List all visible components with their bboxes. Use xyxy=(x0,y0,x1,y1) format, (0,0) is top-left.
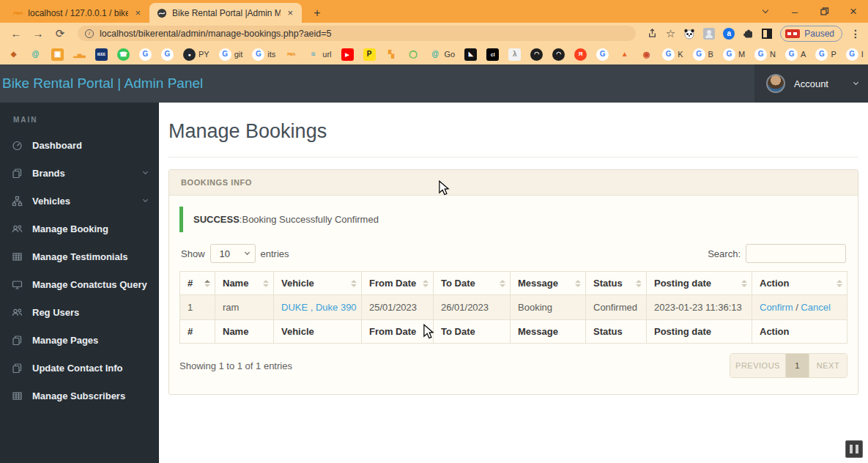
panel-title: BOOKINGS INFO xyxy=(169,170,858,196)
person-extension-icon[interactable] xyxy=(703,28,715,40)
launcher-icon[interactable]: ◆ xyxy=(7,48,20,61)
green-ring-icon[interactable]: ◯ xyxy=(407,48,420,61)
godaddy-icon[interactable]: @Go xyxy=(429,48,456,61)
globe-icon[interactable]: ◠ xyxy=(530,48,543,61)
bookmark-star-icon[interactable]: ☆ xyxy=(666,27,675,40)
sidebar: MAIN Dashboard Brands Vehicles Manage Bo… xyxy=(0,103,159,463)
google-icon[interactable]: G xyxy=(596,48,609,61)
yandex-icon[interactable]: Я xyxy=(574,48,587,61)
ieee-icon[interactable]: IEEE xyxy=(95,48,108,61)
google-icon[interactable]: GI xyxy=(846,48,864,61)
browser-menu-icon[interactable]: ⋮ xyxy=(850,28,861,40)
app-header: Bike Rental Portal | Admin Panel Account xyxy=(0,64,868,103)
back-icon[interactable]: ← xyxy=(7,27,25,40)
sidebar-item-dashboard[interactable]: Dashboard xyxy=(0,131,159,159)
google-icon[interactable]: GM xyxy=(723,48,745,61)
cell-from-date: 25/01/2023 xyxy=(362,295,434,320)
window-restore-button[interactable] xyxy=(809,1,839,22)
page-info-icon[interactable]: i xyxy=(85,29,94,38)
forward-icon[interactable]: → xyxy=(29,27,47,40)
sidebar-item-manage-testimonials[interactable]: Manage Testimonials xyxy=(0,242,159,270)
previous-page-button[interactable]: PREVIOUS xyxy=(730,354,786,377)
alert-label: SUCCESS xyxy=(193,214,240,225)
window-minimize-button[interactable]: – xyxy=(780,1,809,22)
google-icon[interactable]: G xyxy=(139,48,152,61)
sidebar-item-manage-booking[interactable]: Manage Booking xyxy=(0,215,159,242)
window-close-button[interactable]: × xyxy=(839,1,868,22)
bookmark-label: N xyxy=(770,50,776,59)
google-icon[interactable]: G xyxy=(161,48,174,61)
footer-from-date: From Date xyxy=(362,320,434,344)
google-icon[interactable]: GB xyxy=(693,48,713,61)
column-header-name[interactable]: Name xyxy=(215,272,274,295)
google-icon[interactable]: GN xyxy=(754,48,776,61)
tab-bike-rental-admin[interactable]: Bike Rental Portal |Admin Manag × xyxy=(149,3,302,23)
film-icon[interactable]: ▚ xyxy=(385,48,398,61)
eye-icon[interactable]: ◉ xyxy=(640,48,653,61)
new-tab-button[interactable]: + xyxy=(308,4,327,23)
vehicle-link[interactable]: DUKE , Duke 390 xyxy=(281,302,357,313)
column-header-posting-date[interactable]: Posting date xyxy=(647,272,752,295)
column-header-from-date[interactable]: From Date xyxy=(362,272,434,295)
sort-icon xyxy=(741,280,747,287)
tab-close-icon[interactable]: × xyxy=(286,7,294,18)
sidebar-section-label: MAIN xyxy=(13,116,159,124)
curl-icon[interactable]: cl xyxy=(486,48,499,61)
sidebar-item-manage-subscribers[interactable]: Manage Subscribers xyxy=(0,382,159,410)
sidebar-item-manage-pages[interactable]: Manage Pages xyxy=(0,326,159,354)
sidebar-item-reg-users[interactable]: Reg Users xyxy=(0,298,159,326)
column-header-message[interactable]: Message xyxy=(511,272,586,295)
current-page-button[interactable]: 1 xyxy=(786,354,809,377)
bird-icon[interactable]: ◣ xyxy=(464,48,477,61)
confirm-link[interactable]: Confirm xyxy=(760,302,793,313)
table-icon xyxy=(12,251,23,262)
globe-icon[interactable]: ◠ xyxy=(552,48,565,61)
analytics-icon[interactable]: ▂▅▃ xyxy=(73,48,86,61)
brand-title[interactable]: Bike Rental Portal | Admin Panel xyxy=(0,75,203,92)
google-icon[interactable]: GK xyxy=(662,48,683,61)
tab-close-icon[interactable]: × xyxy=(133,7,142,18)
figure-icon[interactable]: λ xyxy=(508,48,521,61)
column-header-num[interactable]: # xyxy=(180,272,215,295)
google-icon[interactable]: GA xyxy=(785,48,806,61)
column-header-status[interactable]: Status xyxy=(586,272,647,295)
search-input[interactable] xyxy=(746,244,846,263)
tab-phpmyadmin[interactable]: PMA localhost / 127.0.0.1 / bikerental × xyxy=(6,3,149,23)
google-icon[interactable]: Ggit xyxy=(219,48,243,61)
share-icon[interactable] xyxy=(647,28,658,39)
youtube-icon[interactable]: ▶ xyxy=(341,48,354,61)
tab-search-button[interactable] xyxy=(751,1,780,22)
cell-status: Confirmed xyxy=(586,295,647,320)
window-controls: – × xyxy=(751,1,868,21)
wave-icon[interactable]: ≈url xyxy=(307,48,331,61)
reload-icon[interactable]: ⟳ xyxy=(51,27,69,40)
column-header-action[interactable]: Action xyxy=(752,272,847,295)
google-icon[interactable]: Gits xyxy=(252,48,275,61)
profile-icon[interactable] xyxy=(762,29,772,39)
google-icon[interactable]: GP xyxy=(815,48,836,61)
next-page-button[interactable]: NEXT xyxy=(809,354,847,377)
sidebar-item-update-contact-info[interactable]: Update Contact Info xyxy=(0,354,159,382)
sidebar-item-brands[interactable]: Brands xyxy=(0,159,159,187)
entries-select[interactable]: 10 xyxy=(210,244,256,263)
sitemap-icon xyxy=(12,196,23,207)
extensions-puzzle-icon[interactable] xyxy=(743,28,754,39)
godaddy-icon[interactable]: @ xyxy=(29,48,42,61)
column-header-to-date[interactable]: To Date xyxy=(434,272,511,295)
cancel-link[interactable]: Cancel xyxy=(801,302,830,313)
account-menu[interactable]: Account xyxy=(754,64,868,103)
whatsapp-icon[interactable]: ☎ xyxy=(117,48,130,61)
address-bar[interactable]: i localhost/bikerental/admin/manage-book… xyxy=(78,26,636,41)
paused-extension-button[interactable]: Paused xyxy=(780,26,842,42)
phpmyadmin-icon[interactable]: PMA xyxy=(285,48,297,61)
sidebar-item-manage-contactus-query[interactable]: Manage Conatctus Query xyxy=(0,270,159,298)
matlab-icon[interactable]: ▲ xyxy=(618,48,631,61)
a-extension-icon[interactable]: a xyxy=(723,28,735,40)
sidebar-item-vehicles[interactable]: Vehicles xyxy=(0,187,159,215)
pause-button[interactable] xyxy=(845,440,863,458)
p-icon[interactable]: P xyxy=(363,48,376,61)
panda-extension-icon[interactable] xyxy=(683,28,695,40)
column-header-vehicle[interactable]: Vehicle xyxy=(274,272,362,295)
github-icon[interactable]: ●PY xyxy=(183,48,209,61)
orange-box-icon[interactable]: ▣ xyxy=(51,48,64,61)
